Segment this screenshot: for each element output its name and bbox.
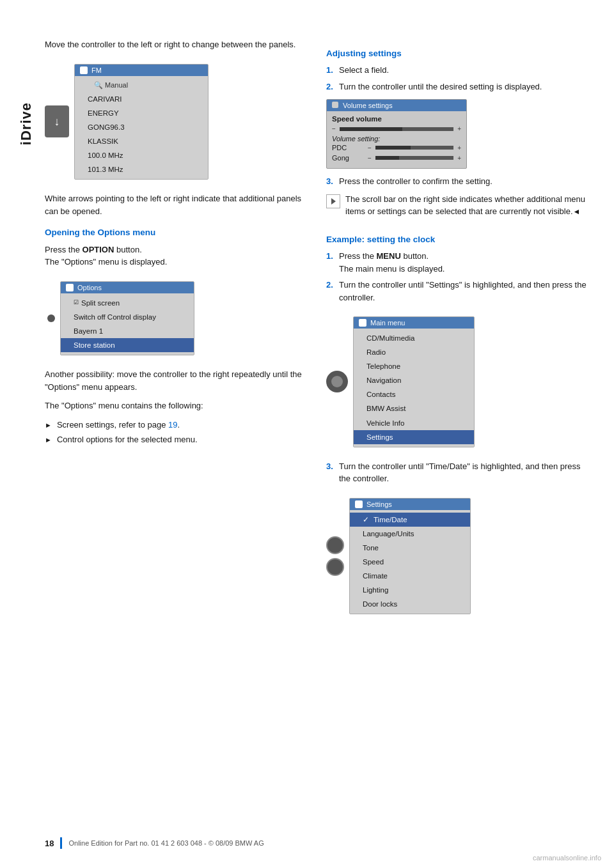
example-text-1: Press the MENU button.The main menu is d…	[339, 250, 445, 275]
main-menu-body: CD/Multimedia Radio Telephone Navigation…	[354, 329, 474, 447]
example-heading: Example: setting the clock	[326, 233, 588, 246]
menu-cd: CD/Multimedia	[354, 331, 474, 345]
fm-icon	[80, 66, 88, 74]
pdc-label: PDC	[332, 144, 364, 151]
pdc-minus: −	[368, 144, 372, 151]
page: iDrive Move the controller to the left o…	[0, 0, 614, 868]
knob-top	[326, 536, 344, 554]
main-menu-screen: Main menu CD/Multimedia Radio Telephone …	[353, 316, 475, 447]
gear-icon	[331, 376, 343, 387]
example-text-3: Turn the controller until "Time/Date" is…	[339, 460, 588, 485]
menu-telephone: Telephone	[354, 359, 474, 373]
fm-screen-header: FM	[75, 65, 208, 76]
example-num-1: 1.	[326, 250, 335, 275]
step-text-1: Select a field.	[339, 64, 389, 77]
intro-text: Move the controller to the left or right…	[45, 38, 307, 51]
adjust-step-2: 2. Turn the controller until the desired…	[326, 81, 588, 93]
adjusting-heading: Adjusting settings	[326, 47, 588, 60]
controller-icon: ↓	[45, 105, 69, 137]
scroll-note: The scroll bar on the right side indicat…	[345, 193, 588, 218]
scroll-triangle-icon	[331, 198, 336, 205]
menu-bold: MENU	[377, 251, 401, 261]
settings-language: Language/Units	[350, 527, 470, 541]
page-link-19[interactable]: 19	[168, 420, 177, 430]
options-icon	[66, 284, 74, 291]
settings-screen-wrapper: Settings ✓ Time/Date Language/Units Tone…	[326, 492, 588, 621]
another-text: Another possibility: move the controller…	[45, 368, 307, 393]
footer-text: Online Edition for Part no. 01 41 2 603 …	[68, 839, 264, 847]
speed-volume-bar-row: − +	[332, 125, 461, 132]
main-menu-icon	[359, 319, 366, 327]
content-wrapper: Move the controller to the left or right…	[45, 38, 588, 627]
options-screen-wrapper: Options ☑ Split screen Switch off Contro…	[45, 275, 307, 362]
fm-row-5: 100.0 MHz	[75, 148, 208, 162]
step-num-1: 1.	[326, 64, 335, 77]
settings-tone: Tone	[350, 541, 470, 555]
fm-screen-body: 🔍 Manual CARIVARI ENERGY GONG96.3 KLASSI…	[75, 76, 208, 180]
minus-btn: −	[332, 125, 336, 132]
volume-screen: Volume settings Speed volume − + Volume …	[326, 99, 467, 169]
menu-settings: Settings	[354, 430, 474, 444]
watermark: carmanualsonline.info	[533, 854, 601, 862]
settings-body: ✓ Time/Date Language/Units Tone Speed Cl…	[350, 510, 470, 614]
left-column: Move the controller to the left or right…	[45, 38, 307, 627]
gear-controller	[326, 371, 348, 392]
volume-header-label: Volume settings	[343, 102, 393, 109]
knob-bottom	[326, 558, 344, 576]
bullet-1: ► Control options for the selected menu.	[45, 433, 307, 446]
fm-row-6: 101.3 MHz	[75, 162, 208, 176]
options-screen-label: Options	[77, 284, 102, 291]
fm-row-0: 🔍 Manual	[75, 79, 208, 92]
main-menu-label: Main menu	[370, 319, 405, 327]
options-row-0: ☑ Split screen	[61, 296, 194, 310]
step-text-2: Turn the controller until the desired se…	[339, 81, 542, 93]
options-screen: Options ☑ Split screen Switch off Contro…	[60, 281, 194, 355]
example-num-2: 2.	[326, 279, 335, 304]
options-screen-body: ☑ Split screen Switch off Control displa…	[61, 293, 194, 355]
main-menu-header: Main menu	[354, 317, 474, 329]
white-arrows-text: White arrows pointing to the left or rig…	[45, 192, 307, 217]
volume-setting-label: Volume setting:	[332, 135, 461, 143]
options-row-1: Switch off Control display	[61, 310, 194, 324]
options-heading: Opening the Options menu	[45, 226, 307, 239]
settings-climate: Climate	[350, 569, 470, 583]
fm-row-2: ENERGY	[75, 106, 208, 120]
volume-header: Volume settings	[327, 100, 466, 111]
fm-row-1: CARIVARI	[75, 92, 208, 106]
step-num-3: 3.	[326, 175, 335, 188]
gong-label: Gong	[332, 154, 364, 162]
settings-timedate: ✓ Time/Date	[350, 513, 470, 527]
menu-radio: Radio	[354, 345, 474, 359]
page-number: 18	[45, 839, 54, 848]
footer-line	[60, 837, 62, 849]
options-row-3: Store station	[61, 338, 194, 352]
contains-text: The "Options" menu contains the followin…	[45, 399, 307, 412]
fm-header-label: FM	[91, 66, 102, 74]
menu-navigation: Navigation	[354, 373, 474, 387]
right-column: Adjusting settings 1. Select a field. 2.…	[326, 38, 588, 627]
volume-icon	[332, 102, 338, 108]
menu-vehicle-info: Vehicle Info	[354, 416, 474, 430]
sidebar-label: iDrive	[18, 102, 35, 145]
scroll-indicator-box: The scroll bar on the right side indicat…	[326, 193, 588, 224]
settings-header: Settings	[350, 499, 470, 510]
pdc-plus: +	[457, 144, 461, 151]
settings-icon	[355, 500, 363, 508]
step-text-3: Press the controller to confirm the sett…	[339, 175, 492, 188]
options-para1: Press the OPTION button. The "Options" m…	[45, 244, 307, 268]
bullet-arrow-0: ►	[45, 420, 52, 431]
menu-bmw-assist: BMW Assist	[354, 401, 474, 415]
adjust-step-3: 3. Press the controller to confirm the s…	[326, 175, 588, 188]
example-text-2: Turn the controller until "Settings" is …	[339, 279, 588, 304]
gong-plus: +	[457, 155, 461, 162]
options-para2: The "Options" menu is displayed.	[45, 257, 167, 267]
volume-body: Speed volume − + Volume setting: PDC −	[327, 111, 466, 168]
gong-minus: −	[368, 155, 372, 162]
example-num-3: 3.	[326, 460, 335, 485]
example-step-3: 3. Turn the controller until "Time/Date"…	[326, 460, 588, 485]
options-screen-header: Options	[61, 282, 194, 293]
adjust-step-1: 1. Select a field.	[326, 64, 588, 77]
page-footer: 18 Online Edition for Part no. 01 41 2 6…	[0, 837, 614, 849]
speed-volume-label: Speed volume	[332, 115, 461, 123]
speed-vol-bar-inner	[340, 127, 402, 131]
